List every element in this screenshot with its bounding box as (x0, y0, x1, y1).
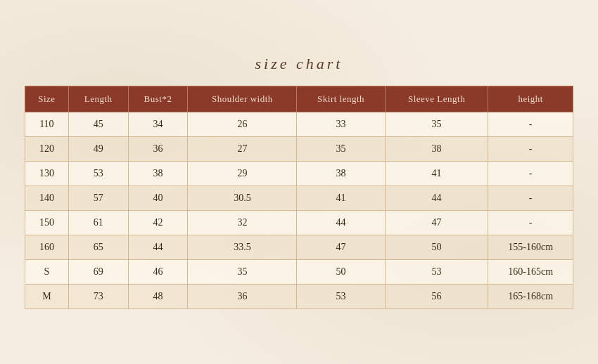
cell-height: - (488, 186, 573, 211)
cell-bust: 40 (128, 186, 188, 211)
cell-length: 49 (68, 137, 128, 162)
cell-bust: 44 (128, 235, 188, 260)
cell-bust: 42 (128, 211, 188, 235)
col-skirt: Skirt length (297, 86, 385, 112)
cell-sleeve: 38 (385, 137, 488, 162)
cell-height: - (488, 211, 573, 235)
cell-skirt: 33 (297, 112, 385, 137)
cell-bust: 46 (128, 260, 188, 285)
cell-skirt: 53 (297, 285, 385, 309)
table-body: 1104534263335-1204936273538-130533829384… (25, 112, 573, 309)
col-size: Size (25, 86, 69, 112)
table-row: 1305338293841- (25, 162, 573, 186)
cell-sleeve: 35 (385, 112, 488, 137)
table-row: 140574030.54144- (25, 186, 573, 211)
cell-skirt: 38 (297, 162, 385, 186)
cell-length: 45 (68, 112, 128, 137)
col-sleeve: Sleeve Length (385, 86, 488, 112)
cell-sleeve: 41 (385, 162, 488, 186)
cell-size: 150 (25, 211, 69, 235)
cell-size: S (25, 260, 69, 285)
col-shoulder: Shoulder width (188, 86, 297, 112)
cell-bust: 38 (128, 162, 188, 186)
cell-sleeve: 50 (385, 235, 488, 260)
cell-length: 73 (68, 285, 128, 309)
cell-height: - (488, 137, 573, 162)
cell-skirt: 41 (297, 186, 385, 211)
cell-shoulder: 35 (188, 260, 297, 285)
cell-sleeve: 53 (385, 260, 488, 285)
cell-size: 140 (25, 186, 69, 211)
cell-shoulder: 29 (188, 162, 297, 186)
col-height: height (488, 86, 573, 112)
cell-sleeve: 47 (385, 211, 488, 235)
cell-sleeve: 44 (385, 186, 488, 211)
table-row: 160654433.54750155-160cm (25, 235, 573, 260)
table-row: 1104534263335- (25, 112, 573, 137)
cell-shoulder: 26 (188, 112, 297, 137)
cell-size: 110 (25, 112, 69, 137)
cell-skirt: 35 (297, 137, 385, 162)
cell-bust: 36 (128, 137, 188, 162)
cell-length: 61 (68, 211, 128, 235)
cell-height: 160-165cm (488, 260, 573, 285)
cell-height: - (488, 162, 573, 186)
cell-length: 65 (68, 235, 128, 260)
cell-height: - (488, 112, 573, 137)
cell-length: 69 (68, 260, 128, 285)
table-row: M7348365356165-168cm (25, 285, 573, 309)
cell-length: 53 (68, 162, 128, 186)
size-chart-table: Size Length Bust*2 Shoulder width Skirt … (25, 86, 573, 309)
cell-height: 155-160cm (488, 235, 573, 260)
cell-shoulder: 32 (188, 211, 297, 235)
page-container: size chart Size Length Bust*2 Shoulder w… (11, 41, 587, 323)
cell-shoulder: 27 (188, 137, 297, 162)
cell-skirt: 44 (297, 211, 385, 235)
cell-size: 120 (25, 137, 69, 162)
table-row: 1506142324447- (25, 211, 573, 235)
cell-shoulder: 33.5 (188, 235, 297, 260)
page-title: size chart (25, 55, 573, 73)
cell-sleeve: 56 (385, 285, 488, 309)
table-row: 1204936273538- (25, 137, 573, 162)
cell-length: 57 (68, 186, 128, 211)
cell-size: 130 (25, 162, 69, 186)
col-bust: Bust*2 (128, 86, 188, 112)
header-row: Size Length Bust*2 Shoulder width Skirt … (25, 86, 573, 112)
cell-shoulder: 36 (188, 285, 297, 309)
cell-size: M (25, 285, 69, 309)
cell-skirt: 50 (297, 260, 385, 285)
table-row: S6946355053160-165cm (25, 260, 573, 285)
cell-skirt: 47 (297, 235, 385, 260)
cell-height: 165-168cm (488, 285, 573, 309)
table-header: Size Length Bust*2 Shoulder width Skirt … (25, 86, 573, 112)
cell-shoulder: 30.5 (188, 186, 297, 211)
col-length: Length (68, 86, 128, 112)
cell-size: 160 (25, 235, 69, 260)
cell-bust: 48 (128, 285, 188, 309)
cell-bust: 34 (128, 112, 188, 137)
